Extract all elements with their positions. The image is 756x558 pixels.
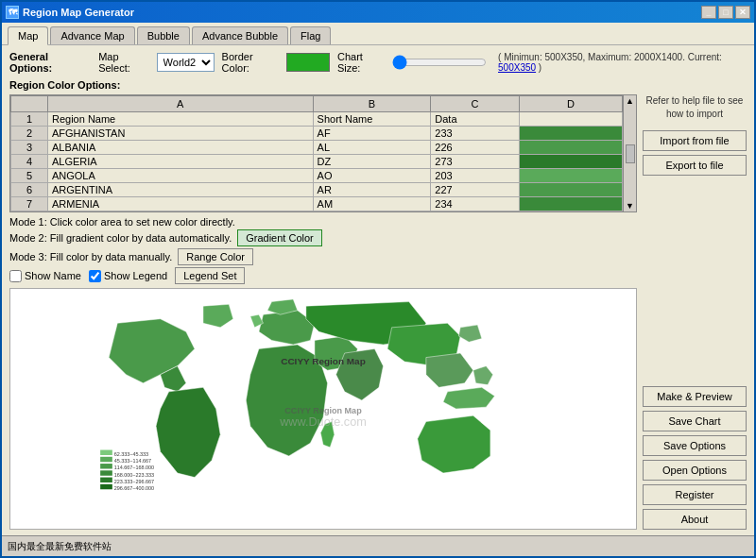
cell-b[interactable]: AL bbox=[313, 141, 431, 155]
show-name-label[interactable]: Show Name bbox=[9, 270, 81, 282]
tab-bubble[interactable]: Bubble bbox=[137, 26, 190, 44]
chart-size-label: Chart Size: bbox=[337, 51, 385, 74]
show-legend-label[interactable]: Show Legend bbox=[89, 270, 167, 282]
svg-rect-5 bbox=[100, 464, 112, 468]
tab-bar: Map Advance Map Bubble Advance Bubble Fl… bbox=[2, 23, 754, 45]
border-color-label: Border Color: bbox=[222, 51, 279, 74]
tab-advance-bubble[interactable]: Advance Bubble bbox=[192, 26, 288, 44]
import-from-file-button[interactable]: Import from file bbox=[643, 130, 747, 151]
color-cell[interactable] bbox=[519, 155, 622, 169]
show-options-row: Show Name Show Legend Legend Set bbox=[9, 267, 637, 284]
cell-b[interactable]: AO bbox=[313, 169, 431, 183]
table-row[interactable]: 4ALGERIADZ273 bbox=[11, 155, 623, 169]
row-num-cell: 3 bbox=[11, 141, 48, 155]
table-row[interactable]: 2AFGHANISTANAF233 bbox=[11, 127, 623, 141]
cell-b[interactable]: AR bbox=[313, 183, 431, 197]
mode2-text: Mode 2: Fill gradient color by data auto… bbox=[9, 232, 232, 244]
cell-a[interactable]: AFGHANISTAN bbox=[47, 127, 313, 141]
chart-size-slider[interactable] bbox=[392, 55, 487, 70]
chart-size-current-link[interactable]: 500X350 bbox=[498, 62, 536, 73]
col-header-d: D bbox=[519, 96, 622, 112]
table-row[interactable]: 3ALBANIAAL226 bbox=[11, 141, 623, 155]
modes-section: Mode 1: Click color area to set new colo… bbox=[9, 216, 637, 284]
show-name-checkbox[interactable] bbox=[9, 270, 22, 282]
left-panel: A B C D 1Region NameShort NameData2AFGHA… bbox=[9, 94, 637, 530]
chart-size-info: ( Minimun: 500X350, Maximum: 2000X1400. … bbox=[498, 52, 747, 73]
table-row[interactable]: 1Region NameShort NameData bbox=[11, 112, 623, 127]
cell-a[interactable]: ARGENTINA bbox=[47, 183, 313, 197]
cell-a[interactable]: Region Name bbox=[47, 112, 313, 127]
svg-text:168.000~223.333: 168.000~223.333 bbox=[114, 472, 154, 478]
about-button[interactable]: About bbox=[643, 509, 747, 530]
legend-set-button[interactable]: Legend Set bbox=[175, 267, 245, 284]
cell-a[interactable]: ANGOLA bbox=[47, 169, 313, 183]
map-title-2: CCIYY Region Map bbox=[284, 406, 362, 415]
export-to-file-button[interactable]: Export to file bbox=[643, 155, 747, 176]
svg-rect-7 bbox=[100, 470, 112, 475]
cell-a[interactable]: ALBANIA bbox=[47, 141, 313, 155]
row-num-cell: 1 bbox=[11, 112, 48, 127]
register-button[interactable]: Register bbox=[643, 484, 747, 505]
range-color-button[interactable]: Range Color bbox=[178, 248, 253, 265]
main-window: 🗺 Region Map Generator _ □ ✕ Map Advance… bbox=[0, 0, 756, 558]
cell-c[interactable]: 234 bbox=[431, 197, 520, 211]
table-row[interactable]: 7ARMENIAAM234 bbox=[11, 197, 623, 211]
show-legend-checkbox[interactable] bbox=[89, 270, 101, 282]
table-row[interactable]: 5ANGOLAAO203 bbox=[11, 169, 623, 183]
scroll-up-btn[interactable]: ▲ bbox=[626, 96, 634, 106]
svg-rect-9 bbox=[100, 478, 112, 482]
save-chart-button[interactable]: Save Chart bbox=[643, 411, 747, 431]
row-num-cell: 4 bbox=[11, 155, 48, 169]
app-icon: 🗺 bbox=[6, 6, 19, 19]
color-cell[interactable] bbox=[519, 183, 622, 197]
gradient-color-button[interactable]: Gradient Color bbox=[237, 229, 322, 246]
cell-c[interactable]: 226 bbox=[431, 141, 520, 155]
map-select-dropdown[interactable]: World2 bbox=[157, 53, 215, 72]
cell-c[interactable]: 233 bbox=[431, 127, 520, 141]
help-text: Refer to help file to see how to import bbox=[643, 94, 747, 121]
col-header-b: B bbox=[313, 96, 431, 112]
bottom-bar-text: 国内最全最新免费软件站 bbox=[8, 540, 112, 553]
row-num-cell: 7 bbox=[11, 197, 48, 211]
tab-advance-map[interactable]: Advance Map bbox=[50, 26, 134, 44]
cell-a[interactable]: ALGERIA bbox=[47, 155, 313, 169]
mode1-row: Mode 1: Click color area to set new colo… bbox=[9, 216, 637, 228]
cell-b[interactable]: AM bbox=[313, 197, 431, 211]
color-cell[interactable] bbox=[519, 197, 622, 211]
cell-c[interactable]: Data bbox=[431, 112, 520, 127]
open-options-button[interactable]: Open Options bbox=[643, 460, 747, 481]
maximize-button[interactable]: □ bbox=[718, 6, 733, 19]
col-header-c: C bbox=[431, 96, 520, 112]
tab-flag[interactable]: Flag bbox=[290, 26, 331, 44]
row-num-cell: 2 bbox=[11, 127, 48, 141]
cell-c[interactable]: 227 bbox=[431, 183, 520, 197]
map-title-1: CCIYY Region Map bbox=[281, 356, 366, 366]
cell-b[interactable]: DZ bbox=[313, 155, 431, 169]
cell-a[interactable]: ARMENIA bbox=[47, 197, 313, 211]
color-cell[interactable] bbox=[519, 127, 622, 141]
make-preview-button[interactable]: Make & Preview bbox=[643, 386, 747, 407]
general-options: General Options: Map Select: World2 Bord… bbox=[9, 51, 747, 74]
minimize-button[interactable]: _ bbox=[701, 6, 716, 19]
table-scrollbar[interactable]: ▲ ▼ bbox=[623, 95, 636, 211]
border-color-picker[interactable] bbox=[286, 53, 330, 72]
table-row[interactable]: 6ARGENTINAAR227 bbox=[11, 183, 623, 197]
title-bar-left: 🗺 Region Map Generator bbox=[6, 6, 134, 19]
svg-rect-3 bbox=[100, 457, 112, 462]
mode1-text: Mode 1: Click color area to set new colo… bbox=[9, 216, 235, 228]
scroll-down-btn[interactable]: ▼ bbox=[626, 201, 634, 211]
color-cell[interactable] bbox=[519, 112, 622, 127]
cell-b[interactable]: AF bbox=[313, 127, 431, 141]
save-options-button[interactable]: Save Options bbox=[643, 435, 747, 456]
color-cell[interactable] bbox=[519, 169, 622, 183]
cell-b[interactable]: Short Name bbox=[313, 112, 431, 127]
row-num-cell: 6 bbox=[11, 183, 48, 197]
scroll-thumb bbox=[626, 144, 635, 163]
tab-map[interactable]: Map bbox=[8, 26, 48, 45]
close-button[interactable]: ✕ bbox=[735, 6, 750, 19]
cell-c[interactable]: 273 bbox=[431, 155, 520, 169]
cell-c[interactable]: 203 bbox=[431, 169, 520, 183]
color-cell[interactable] bbox=[519, 141, 622, 155]
col-header-a: A bbox=[47, 96, 313, 112]
svg-text:296.667~400.000: 296.667~400.000 bbox=[114, 485, 154, 491]
